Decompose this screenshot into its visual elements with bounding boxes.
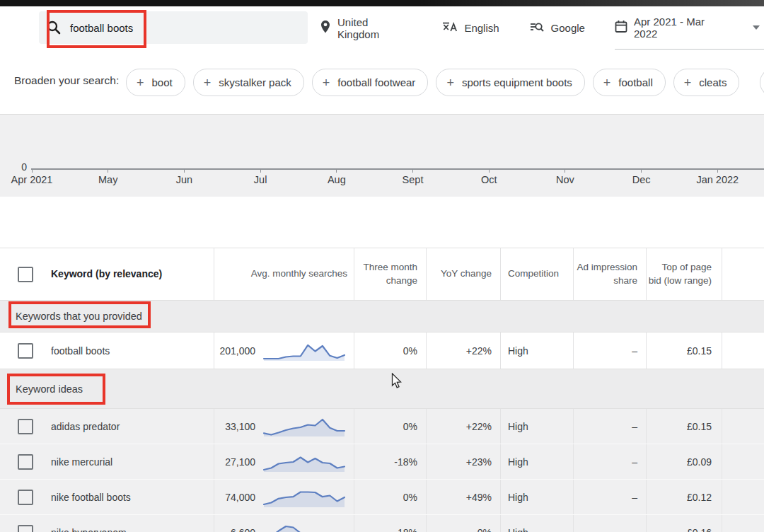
broaden-chips: + boot + skystalker pack + football foot… xyxy=(126,69,739,96)
competition-cell: High xyxy=(500,332,573,369)
broaden-chip[interactable]: + cleats xyxy=(673,69,740,96)
add-icon: + xyxy=(204,76,212,89)
keyword-row[interactable]: adidas predator33,1000%+22%High–£0.15 xyxy=(0,409,764,444)
broaden-chip[interactable]: + sports equipment boots xyxy=(436,69,584,96)
row-spacer xyxy=(722,409,764,444)
keyword-row[interactable]: nike mercurial27,100-18%+23%High–£0.09 xyxy=(0,444,764,480)
add-icon: + xyxy=(323,76,330,89)
top-of-page-bid-cell: £0.15 xyxy=(646,409,722,444)
section-title: Keywords that you provided xyxy=(16,311,142,322)
top-of-page-bid-cell: £0.12 xyxy=(646,480,722,514)
chart-month-label: May xyxy=(70,174,146,185)
network-search-icon xyxy=(529,21,545,35)
keyword-cell: adidas predator xyxy=(0,409,214,444)
broaden-chip[interactable]: + football xyxy=(593,69,666,96)
keyword-cell: football boots xyxy=(0,332,214,369)
header-three-month-change[interactable]: Three month change xyxy=(354,248,426,300)
avg-monthly-searches-value: 27,100 xyxy=(225,456,255,468)
chart-axis-tick xyxy=(260,168,261,173)
chart-month-label: Sept xyxy=(375,174,451,185)
chart-month-label: Nov xyxy=(527,174,603,185)
chart-month-label: Oct xyxy=(451,174,527,185)
keyword-search-input[interactable]: football boots xyxy=(39,11,308,44)
header-avg-monthly-searches[interactable]: Avg. monthly searches xyxy=(214,248,354,300)
ad-impression-share-cell: – xyxy=(573,515,646,532)
select-all-checkbox[interactable] xyxy=(18,267,33,282)
keyword-row[interactable]: nike hypervenom6,600-18%0%High–£0.16 xyxy=(0,515,764,532)
location-label: United Kingdom xyxy=(337,16,412,40)
keyword-row[interactable]: nike football boots74,0000%+49%High–£0.1… xyxy=(0,480,764,515)
competition-cell: High xyxy=(500,480,573,514)
row-checkbox[interactable] xyxy=(18,419,33,434)
yoy-change-cell: +49% xyxy=(426,480,500,514)
broaden-label: Broaden your search: xyxy=(14,74,119,87)
chart-month-label: Jul xyxy=(222,174,299,185)
keyword-text: nike mercurial xyxy=(51,456,112,468)
window-top-bar xyxy=(0,0,764,6)
row-checkbox[interactable] xyxy=(18,343,33,359)
chart-y-zero-label: 0 xyxy=(13,161,27,173)
header-spacer xyxy=(722,248,764,300)
search-header: football boots United Kingdom xyxy=(0,6,764,51)
add-icon: + xyxy=(684,76,692,89)
broaden-chip-label: cleats xyxy=(699,76,727,88)
targeting-settings: United Kingdom English xyxy=(320,6,764,50)
ad-impression-share-cell: – xyxy=(573,480,646,514)
chart-axis-tick xyxy=(717,168,718,173)
broaden-chip-partial[interactable] xyxy=(760,69,764,96)
row-spacer xyxy=(722,444,764,479)
yoy-change-cell: 0% xyxy=(426,515,500,532)
broaden-chip[interactable]: + boot xyxy=(126,69,185,96)
search-trend-sparkline xyxy=(262,451,346,473)
yoy-change-cell: +22% xyxy=(426,332,500,369)
ad-impression-share-cell: – xyxy=(573,444,646,479)
keyword-text: nike hypervenom xyxy=(51,527,127,532)
header-yoy-change[interactable]: YoY change xyxy=(426,248,500,300)
avg-monthly-searches-cell: 33,100 xyxy=(214,409,354,444)
row-checkbox[interactable] xyxy=(18,525,33,532)
ad-impression-share-cell: – xyxy=(573,332,646,369)
keyword-cell: nike mercurial xyxy=(0,444,214,479)
row-spacer xyxy=(722,332,764,369)
header-ad-impression-share[interactable]: Ad impression share xyxy=(573,248,646,300)
broaden-chip[interactable]: + skystalker pack xyxy=(193,69,304,96)
avg-monthly-searches-value: 33,100 xyxy=(225,421,255,432)
chart-axis-tick xyxy=(565,168,565,173)
top-of-page-bid-cell: £0.16 xyxy=(646,515,722,532)
yoy-change-cell: +22% xyxy=(426,409,500,444)
network-setting[interactable]: Google xyxy=(529,6,585,50)
language-label: English xyxy=(464,22,499,34)
location-pin-icon xyxy=(320,20,331,36)
search-value: football boots xyxy=(70,22,133,34)
three-month-change-cell: 0% xyxy=(354,480,426,514)
location-setting[interactable]: United Kingdom xyxy=(320,6,412,50)
chart-x-axis xyxy=(31,168,764,170)
chart-axis-tick xyxy=(184,168,185,173)
chart-axis-tick xyxy=(641,168,642,173)
chevron-down-icon[interactable] xyxy=(753,25,760,30)
broaden-chip-label: football footwear xyxy=(337,76,415,88)
translate-icon xyxy=(442,21,458,35)
search-trend-sparkline xyxy=(262,340,346,362)
broaden-chip[interactable]: + football footwear xyxy=(312,69,429,96)
language-setting[interactable]: English xyxy=(442,6,499,50)
row-checkbox[interactable] xyxy=(18,490,33,505)
keyword-planner-page: football boots United Kingdom xyxy=(0,0,764,532)
avg-monthly-searches-value: 6,600 xyxy=(231,527,255,532)
date-range-setting[interactable]: Apr 2021 - Mar 2022 xyxy=(615,6,764,50)
row-checkbox[interactable] xyxy=(18,454,33,470)
header-competition[interactable]: Competition xyxy=(500,248,573,300)
add-icon: + xyxy=(446,76,454,89)
keyword-cell: nike football boots xyxy=(0,480,214,514)
header-top-of-page-bid-low[interactable]: Top of page bid (low range) xyxy=(646,248,722,300)
filter-bar: 1 Exclude adult ideas ✕ ADD FILTER 3,154… xyxy=(0,197,764,248)
avg-monthly-searches-cell: 6,600 xyxy=(214,515,354,532)
trend-chart-strip: 0 Apr 2021MayJunJulAugSeptOctNovDecJan 2… xyxy=(0,114,764,197)
chart-month-label: Jun xyxy=(146,174,222,185)
three-month-change-cell: 0% xyxy=(354,409,426,444)
header-keyword[interactable]: Keyword (by relevance) xyxy=(0,248,214,300)
competition-cell: High xyxy=(500,515,573,532)
keyword-row[interactable]: football boots201,0000%+22%High–£0.15 xyxy=(0,332,764,369)
calendar-icon xyxy=(615,20,627,35)
avg-monthly-searches-cell: 74,000 xyxy=(214,480,354,514)
